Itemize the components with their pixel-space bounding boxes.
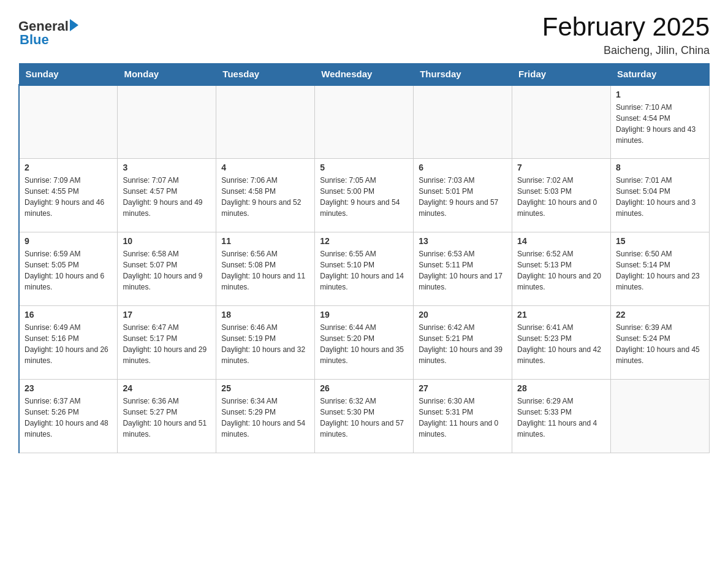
calendar-week-2: 2Sunrise: 7:09 AMSunset: 4:55 PMDaylight… [19, 159, 710, 232]
day-info: Sunrise: 6:53 AMSunset: 5:11 PMDaylight:… [419, 248, 507, 293]
day-info: Sunrise: 6:55 AMSunset: 5:10 PMDaylight:… [320, 248, 408, 293]
title-block: February 2025 Baicheng, Jilin, China [542, 12, 710, 57]
weekday-header-friday: Friday [512, 64, 611, 85]
calendar-week-5: 23Sunrise: 6:37 AMSunset: 5:26 PMDayligh… [19, 380, 710, 453]
weekday-header-row: SundayMondayTuesdayWednesdayThursdayFrid… [19, 64, 710, 85]
calendar-cell: 11Sunrise: 6:56 AMSunset: 5:08 PMDayligh… [216, 232, 315, 306]
page-header: General Blue February 2025 Baicheng, Jil… [18, 12, 710, 57]
day-info: Sunrise: 6:56 AMSunset: 5:08 PMDaylight:… [221, 248, 309, 293]
calendar-cell: 19Sunrise: 6:44 AMSunset: 5:20 PMDayligh… [315, 306, 414, 380]
calendar-cell: 16Sunrise: 6:49 AMSunset: 5:16 PMDayligh… [19, 306, 118, 380]
logo-text-blue: Blue [20, 32, 49, 48]
calendar-cell [414, 85, 512, 159]
day-info: Sunrise: 6:44 AMSunset: 5:20 PMDaylight:… [320, 322, 408, 366]
day-number: 5 [320, 163, 408, 172]
day-info: Sunrise: 7:10 AMSunset: 4:54 PMDaylight:… [616, 102, 704, 146]
calendar-cell [118, 85, 216, 159]
day-info: Sunrise: 7:05 AMSunset: 5:00 PMDaylight:… [320, 175, 408, 219]
calendar-cell: 12Sunrise: 6:55 AMSunset: 5:10 PMDayligh… [315, 232, 414, 306]
day-info: Sunrise: 6:34 AMSunset: 5:29 PMDaylight:… [221, 396, 309, 440]
day-number: 9 [25, 236, 112, 246]
day-info: Sunrise: 7:03 AMSunset: 5:01 PMDaylight:… [419, 175, 507, 219]
day-number: 1 [616, 90, 704, 99]
day-info: Sunrise: 6:41 AMSunset: 5:23 PMDaylight:… [517, 322, 605, 366]
day-number: 6 [419, 163, 507, 172]
day-number: 10 [123, 236, 211, 246]
day-info: Sunrise: 6:36 AMSunset: 5:27 PMDaylight:… [123, 396, 211, 440]
weekday-header-wednesday: Wednesday [315, 64, 414, 85]
day-info: Sunrise: 6:32 AMSunset: 5:30 PMDaylight:… [320, 396, 408, 440]
calendar-cell: 24Sunrise: 6:36 AMSunset: 5:27 PMDayligh… [118, 380, 216, 453]
day-info: Sunrise: 7:01 AMSunset: 5:04 PMDaylight:… [616, 175, 704, 219]
calendar-cell: 7Sunrise: 7:02 AMSunset: 5:03 PMDaylight… [512, 159, 611, 232]
calendar-table: SundayMondayTuesdayWednesdayThursdayFrid… [18, 63, 710, 453]
day-info: Sunrise: 6:39 AMSunset: 5:24 PMDaylight:… [616, 322, 704, 366]
calendar-cell: 18Sunrise: 6:46 AMSunset: 5:19 PMDayligh… [216, 306, 315, 380]
day-number: 13 [419, 236, 507, 246]
calendar-cell [611, 380, 710, 453]
day-info: Sunrise: 7:02 AMSunset: 5:03 PMDaylight:… [517, 175, 605, 219]
day-info: Sunrise: 7:06 AMSunset: 4:58 PMDaylight:… [221, 175, 309, 219]
day-info: Sunrise: 6:42 AMSunset: 5:21 PMDaylight:… [419, 322, 507, 366]
day-number: 15 [616, 236, 704, 246]
weekday-header-saturday: Saturday [611, 64, 710, 85]
month-title: February 2025 [542, 12, 710, 42]
day-number: 26 [320, 383, 408, 393]
calendar-cell: 25Sunrise: 6:34 AMSunset: 5:29 PMDayligh… [216, 380, 315, 453]
calendar-cell: 2Sunrise: 7:09 AMSunset: 4:55 PMDaylight… [19, 159, 118, 232]
day-number: 27 [419, 383, 507, 393]
calendar-cell: 10Sunrise: 6:58 AMSunset: 5:07 PMDayligh… [118, 232, 216, 306]
calendar-week-3: 9Sunrise: 6:59 AMSunset: 5:05 PMDaylight… [19, 232, 710, 306]
day-number: 21 [517, 310, 605, 320]
calendar-cell: 1Sunrise: 7:10 AMSunset: 4:54 PMDaylight… [611, 85, 710, 159]
day-info: Sunrise: 6:50 AMSunset: 5:14 PMDaylight:… [616, 248, 704, 293]
calendar-cell [315, 85, 414, 159]
day-info: Sunrise: 6:47 AMSunset: 5:17 PMDaylight:… [123, 322, 211, 366]
calendar-cell: 21Sunrise: 6:41 AMSunset: 5:23 PMDayligh… [512, 306, 611, 380]
day-info: Sunrise: 7:09 AMSunset: 4:55 PMDaylight:… [25, 175, 112, 219]
day-number: 14 [517, 236, 605, 246]
calendar-cell: 6Sunrise: 7:03 AMSunset: 5:01 PMDaylight… [414, 159, 512, 232]
weekday-header-tuesday: Tuesday [216, 64, 315, 85]
day-number: 8 [616, 163, 704, 172]
day-info: Sunrise: 7:07 AMSunset: 4:57 PMDaylight:… [123, 175, 211, 219]
calendar-cell: 26Sunrise: 6:32 AMSunset: 5:30 PMDayligh… [315, 380, 414, 453]
day-number: 23 [25, 383, 112, 393]
calendar-cell: 4Sunrise: 7:06 AMSunset: 4:58 PMDaylight… [216, 159, 315, 232]
logo: General Blue [18, 18, 78, 48]
weekday-header-thursday: Thursday [414, 64, 512, 85]
logo-arrow-icon [70, 19, 78, 31]
calendar-cell: 20Sunrise: 6:42 AMSunset: 5:21 PMDayligh… [414, 306, 512, 380]
weekday-header-monday: Monday [118, 64, 216, 85]
calendar-cell [19, 85, 118, 159]
calendar-cell: 23Sunrise: 6:37 AMSunset: 5:26 PMDayligh… [19, 380, 118, 453]
day-number: 7 [517, 163, 605, 172]
calendar-cell: 8Sunrise: 7:01 AMSunset: 5:04 PMDaylight… [611, 159, 710, 232]
day-number: 4 [221, 163, 309, 172]
day-number: 16 [25, 310, 112, 320]
day-info: Sunrise: 6:59 AMSunset: 5:05 PMDaylight:… [25, 248, 112, 293]
calendar-cell [216, 85, 315, 159]
day-info: Sunrise: 6:58 AMSunset: 5:07 PMDaylight:… [123, 248, 211, 293]
day-info: Sunrise: 6:37 AMSunset: 5:26 PMDaylight:… [25, 396, 112, 440]
calendar-cell: 5Sunrise: 7:05 AMSunset: 5:00 PMDaylight… [315, 159, 414, 232]
day-info: Sunrise: 6:52 AMSunset: 5:13 PMDaylight:… [517, 248, 605, 293]
day-number: 28 [517, 383, 605, 393]
calendar-week-1: 1Sunrise: 7:10 AMSunset: 4:54 PMDaylight… [19, 85, 710, 159]
weekday-header-sunday: Sunday [19, 64, 118, 85]
location: Baicheng, Jilin, China [542, 44, 710, 57]
day-number: 12 [320, 236, 408, 246]
day-info: Sunrise: 6:49 AMSunset: 5:16 PMDaylight:… [25, 322, 112, 366]
calendar-cell: 13Sunrise: 6:53 AMSunset: 5:11 PMDayligh… [414, 232, 512, 306]
day-number: 24 [123, 383, 211, 393]
calendar-cell: 14Sunrise: 6:52 AMSunset: 5:13 PMDayligh… [512, 232, 611, 306]
calendar-cell: 22Sunrise: 6:39 AMSunset: 5:24 PMDayligh… [611, 306, 710, 380]
calendar-cell: 3Sunrise: 7:07 AMSunset: 4:57 PMDaylight… [118, 159, 216, 232]
day-number: 11 [221, 236, 309, 246]
calendar-cell: 9Sunrise: 6:59 AMSunset: 5:05 PMDaylight… [19, 232, 118, 306]
calendar-cell: 15Sunrise: 6:50 AMSunset: 5:14 PMDayligh… [611, 232, 710, 306]
day-number: 20 [419, 310, 507, 320]
calendar-cell: 28Sunrise: 6:29 AMSunset: 5:33 PMDayligh… [512, 380, 611, 453]
calendar-cell: 17Sunrise: 6:47 AMSunset: 5:17 PMDayligh… [118, 306, 216, 380]
day-info: Sunrise: 6:46 AMSunset: 5:19 PMDaylight:… [221, 322, 309, 366]
